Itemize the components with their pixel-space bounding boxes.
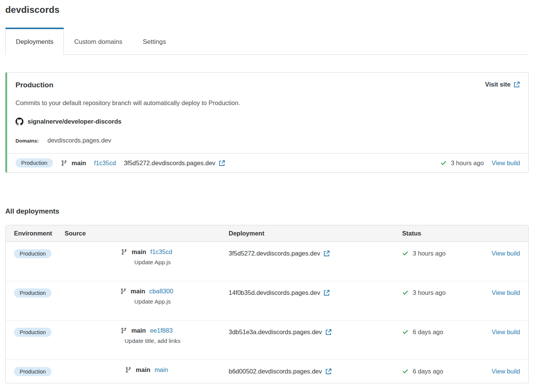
git-branch-icon — [121, 327, 127, 334]
external-link-icon — [219, 160, 225, 166]
commit-link[interactable]: f1c35cd — [94, 160, 116, 167]
external-link-icon — [325, 329, 332, 335]
domains-label: Domains: — [15, 138, 39, 144]
deployment-url: b6d00502.devdiscords.pages.dev — [229, 368, 322, 375]
column-header-deployment: Deployment — [229, 230, 402, 237]
check-icon — [402, 250, 409, 257]
table-row: Production main main b6d00502.devdiscord… — [6, 359, 528, 383]
environment-badge: Production — [14, 328, 51, 337]
environment-badge: Production — [14, 249, 51, 258]
github-icon — [15, 118, 23, 126]
table-row: Production main f1c35cd Update App.js 3f… — [6, 242, 528, 281]
check-icon — [440, 160, 447, 166]
status-time: 3 hours ago — [451, 160, 484, 167]
visit-site-label: Visit site — [485, 81, 511, 88]
table-row: Production main cba8300 Update App.js 14… — [6, 281, 528, 320]
column-header-environment: Environment — [14, 230, 65, 237]
branch-name: main — [131, 327, 146, 334]
repository-name: signalnerve/developer-discords — [28, 118, 122, 125]
commit-message: Update title, add links — [124, 338, 180, 353]
view-build-link[interactable]: View build — [492, 250, 520, 257]
repository-link[interactable]: signalnerve/developer-discords — [15, 118, 122, 126]
production-deployment-row: Production main f1c35cd 3f5d5272.devdisc… — [7, 153, 528, 172]
branch-name: main — [71, 160, 86, 167]
deployment-status: 3 hours ago — [440, 160, 484, 167]
external-link-icon — [325, 368, 332, 375]
environment-badge: Production — [14, 288, 51, 297]
git-branch-icon — [61, 160, 67, 166]
check-icon — [402, 290, 409, 296]
deployment-status: 6 days ago — [402, 328, 443, 336]
view-build-link[interactable]: View build — [492, 160, 520, 167]
external-link-icon — [323, 290, 330, 296]
deployment-status: 3 hours ago — [402, 250, 446, 257]
commit-message: Update App.js — [134, 259, 171, 274]
status-time: 3 hours ago — [413, 289, 446, 296]
check-icon — [402, 329, 409, 335]
column-header-status: Status — [402, 230, 475, 237]
domains-row: Domains: devdiscords.pages.dev — [15, 137, 520, 144]
deployment-url: 3f5d5272.devdiscords.pages.dev — [124, 160, 215, 167]
git-branch-icon — [125, 367, 132, 373]
visit-site-link[interactable]: Visit site — [485, 81, 520, 88]
commit-link[interactable]: ee1f883 — [150, 327, 173, 334]
status-time: 6 days ago — [413, 328, 443, 336]
all-deployments-title: All deployments — [5, 207, 529, 215]
column-header-source: Source — [65, 230, 229, 237]
production-description: Commits to your default repository branc… — [15, 99, 520, 107]
tab-custom-domains[interactable]: Custom domains — [64, 28, 133, 54]
commit-message: Update App.js — [134, 298, 171, 314]
branch-name: main — [136, 366, 150, 373]
external-link-icon — [514, 81, 520, 88]
view-build-link[interactable]: View build — [492, 368, 520, 375]
tab-bar: Deployments Custom domains Settings — [5, 28, 529, 55]
production-card: Production Visit site Commits to your de… — [5, 72, 529, 173]
status-time: 6 days ago — [413, 368, 443, 375]
view-build-link[interactable]: View build — [492, 328, 520, 336]
commit-link[interactable]: f1c35cd — [150, 248, 172, 256]
git-branch-icon — [121, 249, 127, 255]
deployment-status: 6 days ago — [402, 368, 443, 375]
deployments-table: Environment Source Deployment Status Pro… — [5, 225, 529, 383]
tab-settings[interactable]: Settings — [133, 28, 176, 54]
production-card-body: Production Visit site Commits to your de… — [7, 73, 528, 153]
deployment-url-link[interactable]: 3f5d5272.devdiscords.pages.dev — [124, 160, 225, 167]
deployment-url: 3db51e3a.devdiscords.pages.dev — [229, 328, 322, 336]
production-card-title: Production — [15, 81, 53, 89]
domains-value: devdiscords.pages.dev — [48, 137, 111, 144]
commit-link[interactable]: cba8300 — [149, 288, 173, 295]
table-row: Production main ee1f883 Update title, ad… — [6, 320, 528, 359]
check-icon — [402, 368, 409, 375]
page-title: devdiscords — [5, 5, 529, 15]
deployment-url: 3f5d5272.devdiscords.pages.dev — [229, 250, 320, 257]
git-branch-icon — [120, 288, 127, 294]
deployment-url-link[interactable]: 3f5d5272.devdiscords.pages.dev — [229, 250, 330, 257]
view-build-link[interactable]: View build — [492, 289, 520, 296]
deployment-url: 14f0b35d.devdiscords.pages.dev — [229, 289, 320, 296]
branch-name: main — [132, 248, 146, 256]
table-header-row: Environment Source Deployment Status — [6, 225, 528, 242]
tab-deployments[interactable]: Deployments — [5, 28, 64, 55]
deployment-url-link[interactable]: b6d00502.devdiscords.pages.dev — [229, 368, 332, 375]
environment-badge: Production — [14, 367, 51, 376]
deployment-url-link[interactable]: 3db51e3a.devdiscords.pages.dev — [229, 328, 332, 336]
external-link-icon — [323, 250, 330, 257]
status-time: 3 hours ago — [413, 250, 446, 257]
deployment-status: 3 hours ago — [402, 289, 446, 296]
branch-name: main — [131, 288, 145, 295]
environment-badge: Production — [15, 158, 53, 167]
commit-link[interactable]: main — [155, 366, 168, 373]
deployment-url-link[interactable]: 14f0b35d.devdiscords.pages.dev — [229, 289, 330, 296]
pages-project-page: devdiscords Deployments Custom domains S… — [0, 0, 534, 383]
